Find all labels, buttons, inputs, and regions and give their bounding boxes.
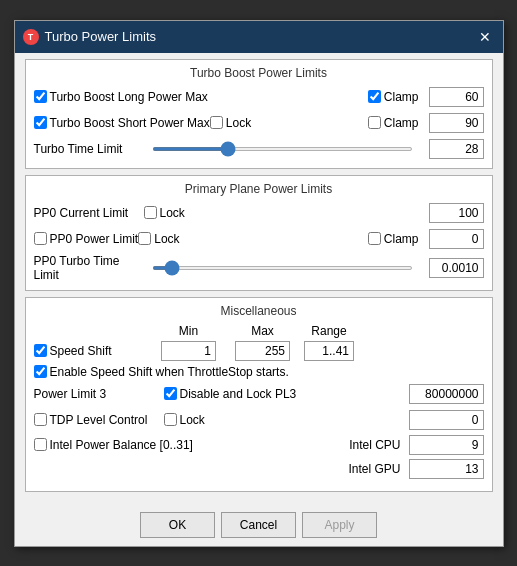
short-power-checkbox-label[interactable]: Turbo Boost Short Power Max: [34, 116, 210, 130]
turbo-time-slider[interactable]: [152, 147, 413, 151]
speed-shift-row: Speed Shift: [34, 341, 484, 361]
clamp2-checkbox[interactable]: [368, 116, 381, 129]
intel-gpu-label: Intel GPU: [348, 462, 400, 476]
main-window: T Turbo Power Limits ✕ Turbo Boost Power…: [14, 20, 504, 547]
pp0-power-checkbox[interactable]: [34, 232, 47, 245]
enable-speed-shift-row: Enable Speed Shift when ThrottleStop sta…: [34, 365, 484, 379]
pp0-lock2-checkbox[interactable]: [138, 232, 151, 245]
intel-cpu-label: Intel CPU: [349, 438, 400, 452]
misc-header: Min Max Range: [34, 324, 484, 338]
long-power-checkbox-label[interactable]: Turbo Boost Long Power Max: [34, 90, 208, 104]
footer: OK Cancel Apply: [15, 506, 503, 546]
pp0-turbo-time-label: PP0 Turbo Time Limit: [34, 254, 144, 282]
lock-checkbox[interactable]: [210, 116, 223, 129]
pp0-lock2-label[interactable]: Lock: [138, 232, 179, 246]
ok-button[interactable]: OK: [140, 512, 215, 538]
pp0-lock1-group: Lock: [144, 206, 185, 220]
intel-power-balance-label[interactable]: Intel Power Balance [0..31]: [34, 438, 350, 452]
lock-group: Lock: [210, 116, 251, 130]
tdp-value[interactable]: [409, 410, 484, 430]
speed-shift-min-col: [154, 341, 224, 361]
short-power-checkbox[interactable]: [34, 116, 47, 129]
tdp-lock-label[interactable]: Lock: [164, 413, 409, 427]
intel-cpu-row: Intel Power Balance [0..31] Intel CPU: [34, 435, 484, 455]
clamp1-label[interactable]: Clamp: [368, 90, 419, 104]
long-power-checkbox[interactable]: [34, 90, 47, 103]
speed-shift-range[interactable]: [304, 341, 354, 361]
clamp2-label[interactable]: Clamp: [368, 116, 419, 130]
turbo-time-value[interactable]: [429, 139, 484, 159]
turbo-time-row: Turbo Time Limit: [34, 138, 484, 160]
long-power-value[interactable]: [429, 87, 484, 107]
short-power-value[interactable]: [429, 113, 484, 133]
pp0-clamp-checkbox[interactable]: [368, 232, 381, 245]
misc-col-range-header: Range: [302, 324, 357, 338]
pp0-power-checkbox-label[interactable]: PP0 Power Limit: [34, 232, 139, 246]
power-limit3-value[interactable]: [409, 384, 484, 404]
pp0-current-label: PP0 Current Limit: [34, 206, 144, 220]
misc-section: Miscellaneous Min Max Range Speed Shift: [25, 297, 493, 492]
long-power-row: Turbo Boost Long Power Max Clamp: [34, 86, 484, 108]
titlebar: T Turbo Power Limits ✕: [15, 21, 503, 53]
pp0-lock1-label[interactable]: Lock: [144, 206, 185, 220]
cancel-button[interactable]: Cancel: [221, 512, 296, 538]
pp0-current-value[interactable]: [429, 203, 484, 223]
intel-gpu-value[interactable]: [409, 459, 484, 479]
tdp-checkbox-label[interactable]: TDP Level Control: [34, 413, 164, 427]
pp0-lock1-checkbox[interactable]: [144, 206, 157, 219]
app-icon: T: [23, 29, 39, 45]
enable-speed-shift-label[interactable]: Enable Speed Shift when ThrottleStop sta…: [34, 365, 289, 379]
pp0-turbo-time-slider[interactable]: [152, 266, 413, 270]
lock-label[interactable]: Lock: [210, 116, 251, 130]
speed-shift-checkbox[interactable]: [34, 344, 47, 357]
pp0-power-value[interactable]: [429, 229, 484, 249]
turbo-boost-section: Turbo Boost Power Limits Turbo Boost Lon…: [25, 59, 493, 169]
speed-shift-max[interactable]: [235, 341, 290, 361]
titlebar-left: T Turbo Power Limits: [23, 29, 157, 45]
pp0-turbo-time-value[interactable]: [429, 258, 484, 278]
pp0-clamp-label[interactable]: Clamp: [368, 232, 419, 246]
window-title: Turbo Power Limits: [45, 29, 157, 44]
close-button[interactable]: ✕: [475, 27, 495, 47]
turbo-time-label: Turbo Time Limit: [34, 142, 144, 156]
pp0-current-row: PP0 Current Limit Lock: [34, 202, 484, 224]
intel-cpu-value[interactable]: [409, 435, 484, 455]
power-limit3-row: Power Limit 3 Disable and Lock PL3: [34, 383, 484, 405]
intel-power-balance-checkbox[interactable]: [34, 438, 47, 451]
primary-plane-title: Primary Plane Power Limits: [34, 182, 484, 196]
speed-shift-range-col: [302, 341, 357, 361]
misc-title: Miscellaneous: [34, 304, 484, 318]
disable-lock-checkbox[interactable]: [164, 387, 177, 400]
misc-col-max-header: Max: [228, 324, 298, 338]
pp0-lock2-group: Lock: [138, 232, 179, 246]
content-area: Turbo Boost Power Limits Turbo Boost Lon…: [15, 53, 503, 506]
tdp-row: TDP Level Control Lock: [34, 409, 484, 431]
apply-button[interactable]: Apply: [302, 512, 377, 538]
intel-gpu-row: Intel GPU: [34, 459, 484, 479]
turbo-boost-title: Turbo Boost Power Limits: [34, 66, 484, 80]
short-power-row: Turbo Boost Short Power Max Lock Clamp: [34, 112, 484, 134]
pp0-power-row: PP0 Power Limit Lock Clamp: [34, 228, 484, 250]
pp0-turbo-time-row: PP0 Turbo Time Limit: [34, 254, 484, 282]
power-limit3-label: Power Limit 3: [34, 387, 164, 401]
tdp-checkbox[interactable]: [34, 413, 47, 426]
enable-speed-shift-checkbox[interactable]: [34, 365, 47, 378]
clamp1-checkbox[interactable]: [368, 90, 381, 103]
speed-shift-max-col: [228, 341, 298, 361]
speed-shift-min[interactable]: [161, 341, 216, 361]
tdp-lock-checkbox[interactable]: [164, 413, 177, 426]
misc-col-min-header: Min: [154, 324, 224, 338]
primary-plane-section: Primary Plane Power Limits PP0 Current L…: [25, 175, 493, 291]
disable-lock-label[interactable]: Disable and Lock PL3: [164, 387, 409, 401]
speed-shift-checkbox-label[interactable]: Speed Shift: [34, 344, 154, 358]
